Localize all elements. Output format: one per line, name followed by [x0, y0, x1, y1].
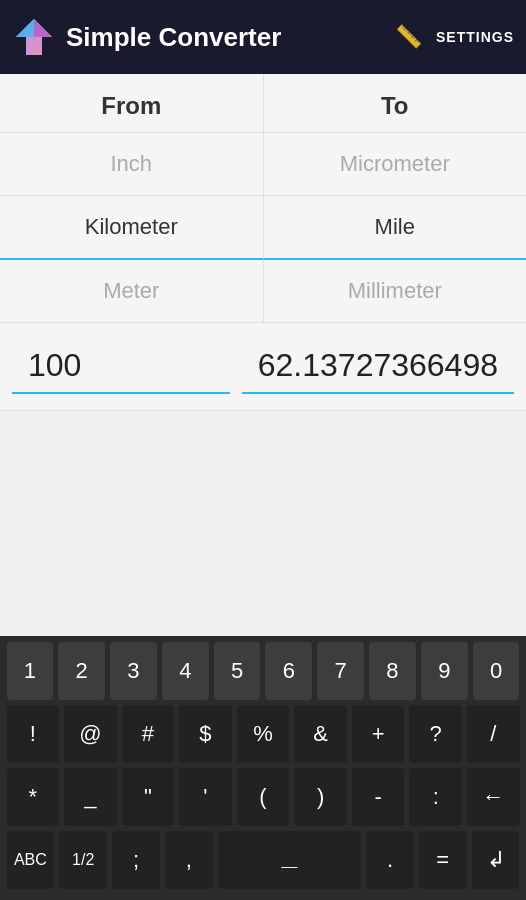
key-slash[interactable]: /	[467, 705, 520, 763]
key-7[interactable]: 7	[317, 642, 364, 700]
input-value[interactable]: 100	[12, 339, 230, 394]
app-icon	[12, 15, 56, 59]
key-plus[interactable]: +	[352, 705, 405, 763]
ruler-icon: 📏	[395, 24, 422, 50]
key-2[interactable]: 2	[58, 642, 105, 700]
unit-to-millimeter[interactable]: Millimeter	[263, 260, 527, 322]
key-4[interactable]: 4	[162, 642, 209, 700]
keyboard-row-special: ! @ # $ % & + ? /	[4, 705, 522, 763]
svg-marker-3	[34, 19, 52, 37]
to-label: To	[263, 74, 527, 132]
enter-key[interactable]: ↲	[472, 831, 520, 889]
key-hash[interactable]: #	[122, 705, 175, 763]
keyboard: 1 2 3 4 5 6 7 8 9 0 ! @ # $ % & + ? / * …	[0, 636, 526, 900]
key-lparen[interactable]: (	[237, 768, 290, 826]
unit-from-meter[interactable]: Meter	[0, 260, 263, 322]
key-5[interactable]: 5	[214, 642, 261, 700]
key-amp[interactable]: &	[294, 705, 347, 763]
unit-to-micrometer[interactable]: Micrometer	[263, 133, 527, 195]
key-squote[interactable]: '	[179, 768, 232, 826]
key-0[interactable]: 0	[473, 642, 520, 700]
key-space[interactable]: __	[218, 831, 361, 889]
app-title: Simple Converter	[66, 22, 395, 53]
keyboard-row-numbers: 1 2 3 4 5 6 7 8 9 0	[4, 642, 522, 700]
key-exclaim[interactable]: !	[7, 705, 60, 763]
key-9[interactable]: 9	[421, 642, 468, 700]
unit-row-2[interactable]: Kilometer Mile	[0, 196, 526, 260]
key-question[interactable]: ?	[409, 705, 462, 763]
key-colon[interactable]: :	[409, 768, 462, 826]
unit-from-kilometer[interactable]: Kilometer	[0, 196, 263, 260]
key-equals[interactable]: =	[419, 831, 467, 889]
key-rparen[interactable]: )	[294, 768, 347, 826]
key-asterisk[interactable]: *	[7, 768, 60, 826]
key-dollar[interactable]: $	[179, 705, 232, 763]
settings-button[interactable]: SETTINGS	[436, 29, 514, 45]
output-value: 62.13727366498	[242, 339, 514, 394]
input-row: 100 62.13727366498	[0, 323, 526, 411]
key-semicolon[interactable]: ;	[112, 831, 160, 889]
key-comma[interactable]: ,	[165, 831, 213, 889]
converter-panel: From To Inch Micrometer Kilometer Mile M…	[0, 74, 526, 411]
from-to-header: From To	[0, 74, 526, 133]
key-underscore[interactable]: _	[64, 768, 117, 826]
key-percent[interactable]: %	[237, 705, 290, 763]
key-6[interactable]: 6	[265, 642, 312, 700]
key-abc[interactable]: ABC	[7, 831, 55, 889]
key-dquote[interactable]: "	[122, 768, 175, 826]
key-1[interactable]: 1	[7, 642, 54, 700]
top-bar: Simple Converter 📏 SETTINGS	[0, 0, 526, 74]
key-8[interactable]: 8	[369, 642, 416, 700]
svg-marker-2	[16, 19, 34, 37]
key-3[interactable]: 3	[110, 642, 157, 700]
keyboard-row-bottom: ABC 1/2 ; , __ . = ↲	[4, 831, 522, 889]
unit-row-3[interactable]: Meter Millimeter	[0, 260, 526, 323]
key-period[interactable]: .	[366, 831, 414, 889]
backspace-key[interactable]: ←	[467, 768, 520, 826]
unit-to-mile[interactable]: Mile	[263, 196, 527, 260]
unit-row-1[interactable]: Inch Micrometer	[0, 133, 526, 196]
unit-from-inch[interactable]: Inch	[0, 133, 263, 195]
key-minus[interactable]: -	[352, 768, 405, 826]
key-12[interactable]: 1/2	[59, 831, 107, 889]
keyboard-row-more: * _ " ' ( ) - : ←	[4, 768, 522, 826]
key-at[interactable]: @	[64, 705, 117, 763]
from-label: From	[0, 74, 263, 132]
